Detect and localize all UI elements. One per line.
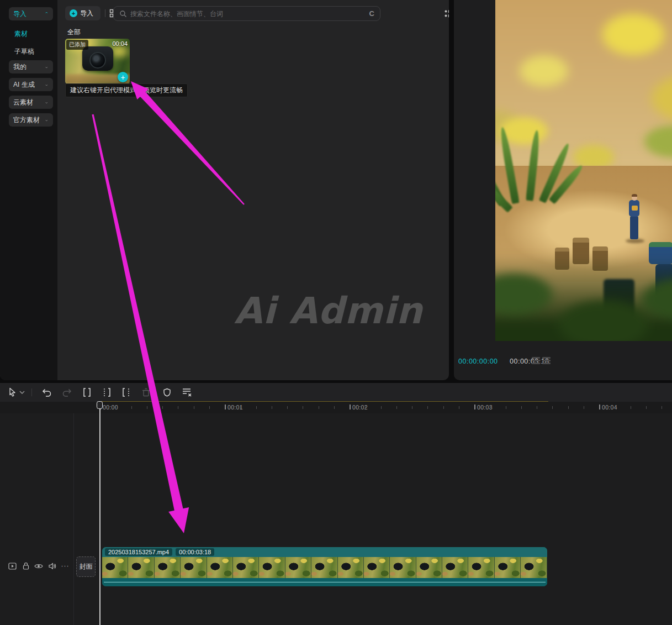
library-sidebar: 导入 ⌃ 素材 子草稿 我的 ⌄ AI 生成 ⌄ 云素材 ⌄ 官方素材 [0, 0, 57, 380]
main-track-icon[interactable] [7, 561, 17, 571]
filmstrip-frame [285, 557, 311, 578]
sidebar-item-subdraft[interactable]: 子草稿 [9, 45, 53, 58]
more-options-icon[interactable]: ··· [60, 561, 70, 571]
media-library-panel: 导入 ⌃ 素材 子草稿 我的 ⌄ AI 生成 ⌄ 云素材 ⌄ 官方素材 [0, 0, 449, 380]
search-input[interactable] [130, 10, 366, 18]
clear-marks-button[interactable] [179, 386, 195, 399]
ruler-minor-tick [147, 406, 147, 409]
preview-panel: 00:00:00:00 00:00:03:18 [454, 0, 672, 380]
filmstrip-frame [128, 557, 154, 578]
ruler-minor-tick [240, 406, 241, 409]
delete-button[interactable] [139, 386, 152, 399]
visibility-eye-icon[interactable] [34, 561, 44, 571]
quality-list-icon[interactable] [532, 357, 540, 366]
clip-duration-label: 00:04 [112, 40, 128, 47]
cover-button[interactable]: 封面 [76, 556, 96, 577]
import-button[interactable]: + 导入 [65, 6, 100, 20]
filmstrip-frame [311, 557, 337, 578]
ruler-minor-tick [287, 406, 288, 409]
divider [31, 388, 32, 396]
undo-button[interactable] [40, 386, 54, 399]
filmstrip-frame [259, 557, 285, 578]
chevron-up-icon: ⌃ [44, 12, 49, 16]
ruler-minor-tick [319, 406, 319, 409]
ruler-minor-tick [303, 406, 303, 409]
ruler-minor-tick [506, 406, 506, 409]
ruler-major-tick [225, 405, 226, 409]
mask-shield-button[interactable] [160, 386, 173, 399]
select-tool-button[interactable] [6, 386, 19, 399]
filmstrip-frame [364, 557, 390, 578]
sidebar-item-official-material[interactable]: 官方素材 ⌄ [9, 113, 53, 127]
preview-video[interactable] [495, 0, 672, 341]
ruler-minor-tick [552, 406, 553, 409]
ruler-minor-tick [162, 406, 163, 409]
sidebar-item-import[interactable]: 导入 ⌃ [9, 7, 53, 20]
speaker-icon[interactable] [47, 561, 57, 571]
sidebar-item-label: 我的 [13, 62, 27, 72]
playhead-line[interactable] [99, 408, 100, 625]
playhead-handle[interactable] [97, 401, 103, 409]
preview-footer: 00:00:00:00 00:00:03:18 [454, 341, 672, 380]
filmstrip-frame [207, 557, 233, 578]
sidebar-item-label: 官方素材 [13, 115, 40, 125]
clip-filmstrip [102, 557, 547, 578]
delete-left-button[interactable] [100, 386, 113, 399]
ruler-minor-tick [194, 406, 194, 409]
ruler-minor-tick [334, 406, 335, 409]
ruler-minor-tick [537, 406, 537, 409]
ruler-minor-tick [115, 406, 116, 409]
miniature-figure [627, 195, 642, 253]
added-badge: 已添加 [66, 40, 88, 50]
ruler-minor-tick [131, 406, 132, 409]
timeline-toolbar [0, 383, 672, 402]
watermark: Ai Admin [234, 290, 422, 332]
top-section: 导入 ⌃ 素材 子草稿 我的 ⌄ AI 生成 ⌄ 云素材 ⌄ 官方素材 [0, 0, 672, 383]
search-icon [119, 10, 127, 18]
clip-header: 20250318153257.mp4 00:00:03:18 [102, 547, 547, 557]
view-grid-icon[interactable] [442, 7, 449, 20]
filmstrip-frame [390, 557, 416, 578]
ruler-minor-tick [256, 406, 257, 409]
sidebar-item-label: AI 生成 [13, 80, 35, 90]
sidebar-item-ai-generate[interactable]: AI 生成 ⌄ [9, 78, 53, 91]
ruler-minor-tick [178, 406, 178, 409]
layout-list-icon[interactable] [542, 357, 551, 366]
filmstrip-frame [102, 557, 128, 578]
chevron-down-icon: ⌄ [44, 100, 49, 104]
media-card[interactable]: 已添加 00:04 + [65, 39, 130, 84]
sidebar-item-label: 子草稿 [14, 47, 34, 56]
add-to-timeline-button[interactable]: + [118, 72, 128, 82]
ruler-minor-tick [427, 406, 428, 409]
ruler-minor-tick [272, 406, 272, 409]
sidebar-item-material[interactable]: 素材 [9, 27, 53, 40]
filmstrip-frame [495, 557, 521, 578]
ruler-minor-tick [568, 406, 569, 409]
sidebar-item-label: 云素材 [13, 98, 33, 107]
sidebar-item-cloud-material[interactable]: 云素材 ⌄ [9, 96, 53, 109]
proxy-mode-tooltip: 建议右键开启代理模式，预览时更流畅 [65, 83, 188, 97]
track-header: ··· [0, 547, 73, 586]
ruler-minor-tick [662, 406, 662, 409]
delete-right-button[interactable] [119, 386, 133, 399]
sidebar-item-mine[interactable]: 我的 ⌄ [9, 60, 53, 73]
ruler-major-tick [350, 405, 351, 409]
ruler-minor-tick [412, 406, 412, 409]
ruler-minor-tick [631, 406, 631, 409]
ruler-minor-tick [381, 406, 382, 409]
filmstrip-frame [338, 557, 364, 578]
ruler-minor-tick [521, 406, 522, 409]
split-button[interactable] [80, 386, 93, 399]
redo-button[interactable] [60, 386, 73, 399]
refresh-icon[interactable]: C [369, 9, 374, 18]
select-tool-chevron-icon[interactable] [18, 386, 26, 399]
video-clip[interactable]: 20250318153257.mp4 00:00:03:18 [102, 547, 547, 586]
filmstrip-frame [181, 557, 207, 578]
chevron-down-icon: ⌄ [44, 65, 49, 69]
lock-icon[interactable] [21, 561, 31, 571]
filmstrip-frame [521, 557, 547, 578]
ruler-minor-tick [443, 406, 444, 409]
clip-filename: 20250318153257.mp4 [105, 548, 172, 556]
ruler-minor-tick [584, 406, 584, 409]
tab-all-materials[interactable]: 全部 [67, 28, 81, 37]
